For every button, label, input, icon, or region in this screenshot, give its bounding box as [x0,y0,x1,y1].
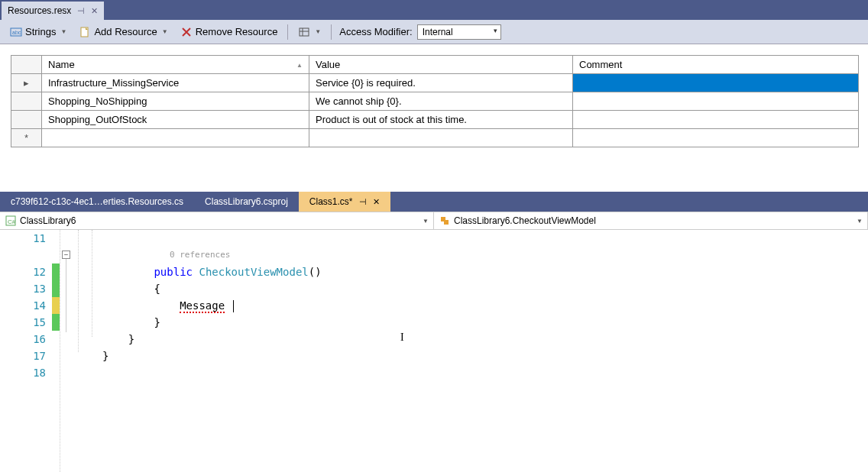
code-editor[interactable]: 11 12 13 14 15 16 17 18 − 0 references p… [0,230,868,472]
delete-icon [180,26,193,38]
separator [287,24,288,40]
line-number: 15 [0,314,46,331]
change-indicator-bar [52,230,60,472]
cell-value[interactable] [309,129,573,147]
sort-asc-icon: ▲ [296,62,303,69]
table-row[interactable]: Shopping_OutOfStock Product is out of st… [11,111,859,129]
chevron-down-icon: ▼ [162,28,168,35]
chevron-down-icon: ▼ [60,28,66,35]
header-text: Comment [579,59,622,70]
line-number: 16 [0,331,46,348]
type-combo[interactable]: ClassLibrary6.CheckoutViewModel ▼ [434,212,868,229]
namespace-combo[interactable]: C# ClassLibrary6 ▼ [0,212,434,229]
new-row-marker: * [11,129,42,147]
cell-name[interactable]: Shopping_NoShipping [42,92,309,111]
resource-grid-panel: Name ▲ Value Comment ▸ Infrastructure_Mi… [0,44,868,147]
identifier-error: Message [180,299,225,313]
code-nav-bar: C# ClassLibrary6 ▼ ClassLibrary6.Checkou… [0,212,868,230]
column-header-value[interactable]: Value [309,56,573,74]
code-line[interactable]: } [102,331,868,348]
code-line[interactable]: Message [102,297,868,314]
line-number-gutter: 11 12 13 14 15 16 17 18 [0,230,52,472]
tab-label: Resources.resx [8,5,71,16]
resource-grid[interactable]: Name ▲ Value Comment ▸ Infrastructure_Mi… [11,55,859,147]
panel-gap [0,147,868,192]
line-number: 11 [0,230,46,247]
pin-icon[interactable]: ⊣ [359,197,367,207]
indent-guide-col [75,230,89,472]
line-number: 17 [0,348,46,364]
table-row-new[interactable]: * [11,129,859,147]
column-header-comment[interactable]: Comment [573,56,859,74]
add-file-icon [79,26,91,38]
cell-value[interactable]: Product is out of stock at this time. [309,111,573,129]
resx-toolbar: abc Strings ▼ Add Resource ▼ Remove Reso… [0,20,868,44]
strings-button[interactable]: abc Strings ▼ [5,23,72,41]
cell-name[interactable]: Shopping_OutOfStock [42,111,309,129]
remove-resource-button[interactable]: Remove Resource [175,23,283,41]
line-number: 12 [0,263,46,280]
chevron-down-icon: ▼ [857,218,863,225]
column-header-name[interactable]: Name ▲ [42,56,309,74]
code-body[interactable]: 0 references public CheckoutViewModel() … [102,230,868,472]
grid-icon [298,26,310,38]
table-row[interactable]: Shopping_NoShipping We cannot ship {0}. [11,92,859,111]
class-icon [439,215,451,227]
fold-guide [66,259,66,332]
keyword: public [154,266,193,278]
close-icon[interactable]: ✕ [91,6,98,16]
table-row[interactable]: ▸ Infrastructure_MissingService Service … [11,74,859,92]
row-selector [11,111,42,129]
tab-csproj[interactable]: ClassLibrary6.csproj [194,192,299,212]
line-number: 13 [0,280,46,297]
tab-label: ClassLibrary6.csproj [205,196,288,207]
ibeam-cursor-icon: I [400,329,404,346]
text-caret [233,300,234,312]
type-label: ClassLibrary6.CheckoutViewModel [454,215,596,226]
chevron-down-icon: ▼ [315,28,321,35]
pin-icon[interactable]: ⊣ [77,6,85,16]
cell-name[interactable] [42,129,309,147]
tab-generated-resources[interactable]: c739f612-c13c-4ec1…erties.Resources.cs [0,192,194,212]
tab-class1[interactable]: Class1.cs* ⊣ ✕ [299,192,390,212]
row-selector [11,92,42,111]
line-number: 18 [0,364,46,381]
line-number: 14 [0,297,46,314]
namespace-label: ClassLibrary6 [20,215,76,226]
add-resource-label: Add Resource [94,26,157,37]
code-line[interactable]: public CheckoutViewModel() [102,263,868,280]
tab-label: Class1.cs* [309,196,353,207]
add-resource-button[interactable]: Add Resource ▼ [73,23,173,41]
cell-name[interactable]: Infrastructure_MissingService [42,74,309,92]
header-text: Value [316,59,340,70]
access-modifier-combo[interactable]: Internal [417,24,501,40]
collapse-icon[interactable]: − [62,251,70,259]
close-icon[interactable]: ✕ [373,197,380,207]
cell-comment[interactable] [573,74,859,92]
svg-rect-3 [300,28,309,36]
tab-label: c739f612-c13c-4ec1…erties.Resources.cs [11,196,183,207]
cell-comment[interactable] [573,92,859,111]
code-line[interactable]: } [102,314,868,331]
access-modifier-value: Internal [423,27,453,37]
code-line[interactable]: } [102,348,868,364]
cell-value[interactable]: We cannot ship {0}. [309,92,573,111]
cell-value[interactable]: Service {0} is required. [309,74,573,92]
indent-guide-col [89,230,102,472]
strings-icon: abc [10,26,22,38]
header-text: Name [48,59,75,70]
tab-resources-resx[interactable]: Resources.resx ⊣ ✕ [2,2,104,20]
access-modifier-label: Access Modifier: [339,26,412,37]
row-selector: ▸ [11,74,42,92]
separator [331,24,332,40]
svg-rect-9 [444,220,449,225]
view-options-button[interactable]: ▼ [293,23,326,41]
cell-comment[interactable] [573,111,859,129]
outlining-margin[interactable]: − [60,230,75,472]
codelens[interactable]: 0 references [102,247,868,263]
cell-comment[interactable] [573,129,859,147]
document-tab-bar-bottom: c739f612-c13c-4ec1…erties.Resources.cs C… [0,192,868,212]
code-line[interactable]: { [102,280,868,297]
chevron-down-icon: ▼ [423,218,429,225]
type-name: CheckoutViewModel [199,266,308,278]
